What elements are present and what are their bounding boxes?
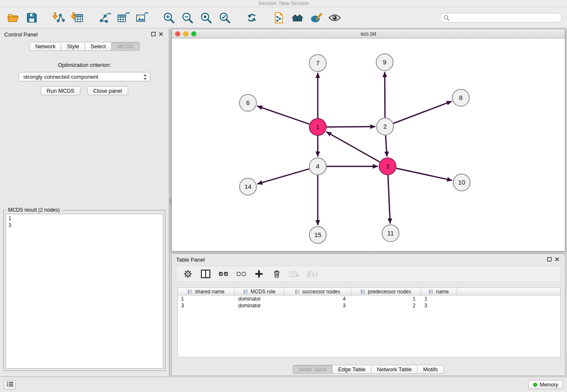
table-cell[interactable]: 3 [284, 302, 351, 309]
export-image-button[interactable] [134, 9, 150, 26]
table-cell[interactable]: dominator [235, 295, 284, 302]
table-cell[interactable]: 1 [421, 295, 457, 302]
zoom-window-button[interactable]: + [191, 31, 196, 36]
search-input[interactable] [440, 13, 562, 22]
edge-3-to-10[interactable] [396, 168, 452, 181]
table-cell[interactable]: 1 [178, 295, 235, 302]
node-4[interactable]: 4 [309, 158, 326, 175]
select-all-checks-button[interactable] [216, 268, 231, 280]
table-tab-motifs[interactable]: Motifs [418, 365, 444, 374]
column-header-predecessor-nodes[interactable]: predecessor nodes [351, 288, 421, 295]
svg-text:6: 6 [246, 99, 250, 106]
control-panel-header: Control Panel [0, 29, 169, 40]
new-network-from-selection-icon [272, 11, 285, 24]
edge-1-to-6[interactable] [257, 106, 310, 124]
new-network-from-selection-button[interactable] [271, 9, 287, 26]
settings-gear-button[interactable] [181, 268, 195, 280]
zoom-out-button[interactable] [179, 9, 195, 26]
add-row-icon [254, 269, 264, 279]
network-window-titlebar[interactable]: × – + scc.txt [172, 29, 565, 39]
float-panel-button[interactable] [149, 30, 157, 38]
refresh-layout-button[interactable] [244, 9, 260, 26]
close-panel-button[interactable] [157, 30, 165, 38]
add-row-button[interactable] [252, 268, 266, 280]
search-icon [443, 15, 449, 21]
export-table-button[interactable] [115, 9, 131, 26]
table-cell[interactable]: 2 [351, 302, 421, 309]
control-tab-select[interactable]: Select [85, 42, 112, 51]
table-cell[interactable]: 3 [178, 302, 235, 309]
column-header-shared-name[interactable]: shared name [178, 288, 235, 295]
node-6[interactable]: 6 [239, 94, 256, 111]
control-tab-style[interactable]: Style [61, 42, 85, 51]
node-1-selected[interactable]: 1 [309, 119, 326, 135]
minimize-window-button[interactable]: – [183, 31, 188, 36]
edge-2-to-3[interactable] [385, 135, 387, 157]
zoom-in-button[interactable] [161, 9, 177, 26]
open-session-button[interactable] [5, 9, 21, 26]
edge-1-to-2[interactable] [327, 127, 375, 127]
svg-text:14: 14 [245, 183, 252, 190]
node-14[interactable]: 14 [239, 178, 256, 195]
column-tree-icon [295, 289, 300, 294]
close-window-button[interactable]: × [175, 31, 180, 36]
node-10[interactable]: 10 [453, 174, 470, 191]
network-canvas[interactable]: 7968124314101511 [172, 39, 565, 251]
node-8[interactable]: 8 [452, 89, 469, 106]
network-graph[interactable]: 7968124314101511 [172, 39, 565, 251]
table-cell[interactable]: 4 [284, 295, 351, 302]
float-table-panel-button[interactable] [545, 256, 553, 263]
delete-row-button[interactable] [270, 268, 284, 280]
annotation-mode-button[interactable] [308, 9, 324, 26]
main-toolbar [0, 7, 567, 28]
table-cell[interactable]: dominator [235, 302, 284, 309]
edge-2-to-9[interactable] [385, 72, 385, 118]
node-15[interactable]: 15 [309, 226, 326, 243]
node-3-selected[interactable]: 3 [379, 158, 396, 175]
table-cell[interactable]: 3 [421, 302, 457, 309]
table-tab-network-table[interactable]: Network Table [372, 365, 418, 374]
svg-text:2: 2 [383, 123, 387, 130]
table-row[interactable]: 3dominator323 [178, 302, 560, 309]
import-network-button[interactable] [51, 9, 67, 26]
edge-3-to-1[interactable] [326, 132, 380, 162]
table-row[interactable]: 1dominator411 [178, 295, 560, 302]
show-columns-button[interactable] [198, 268, 213, 280]
column-header-mcds-role[interactable]: MCDS role [235, 288, 284, 295]
edge-3-to-11[interactable] [388, 175, 390, 224]
mcds-result-box: MCDS result (2 nodes) 1 3 [3, 210, 165, 371]
run-mcds-button[interactable]: Run MCDS [41, 86, 80, 95]
edge-4-to-14[interactable] [257, 169, 309, 184]
table-tabs: Node TableEdge TableNetwork TableMotifs [172, 365, 565, 374]
control-tab-network[interactable]: Network [29, 42, 61, 51]
table-tab-node-table[interactable]: Node Table [293, 365, 333, 374]
edge-2-to-8[interactable] [394, 101, 452, 123]
criterion-dropdown[interactable]: strongly connected component [19, 72, 150, 81]
close-mcds-panel-button[interactable]: Close panel [87, 86, 128, 95]
export-network-button[interactable] [96, 9, 113, 26]
mcds-result-title: MCDS result (2 nodes) [6, 207, 61, 213]
criterion-dropdown-value: strongly connected component [23, 74, 98, 80]
first-neighbors-button[interactable] [289, 9, 306, 26]
mcds-result-list[interactable]: 1 3 [6, 214, 163, 369]
memory-button[interactable]: Memory [528, 380, 563, 389]
control-tab-mcds[interactable]: MCDS [112, 42, 139, 51]
node-7[interactable]: 7 [309, 55, 326, 72]
show-panels-list-button[interactable] [4, 380, 16, 389]
node-9[interactable]: 9 [376, 54, 393, 71]
column-header-successor-nodes[interactable]: successor nodes [284, 288, 351, 295]
table-tab-edge-table[interactable]: Edge Table [333, 365, 372, 374]
node-11[interactable]: 11 [382, 225, 399, 242]
clear-all-checks-button[interactable] [234, 268, 248, 280]
column-header-name[interactable]: name [421, 288, 457, 295]
close-table-panel-button[interactable] [553, 256, 561, 263]
function-builder-button: f(x) [305, 268, 319, 280]
memory-status-icon [533, 383, 537, 387]
import-table-button[interactable] [69, 9, 85, 26]
node-2[interactable]: 2 [377, 118, 394, 135]
zoom-fit-button[interactable] [198, 9, 214, 26]
table-cell[interactable]: 1 [351, 295, 421, 302]
show-hide-panel-button[interactable] [327, 9, 343, 26]
save-session-button[interactable] [24, 9, 40, 26]
zoom-selected-button[interactable] [217, 9, 233, 26]
